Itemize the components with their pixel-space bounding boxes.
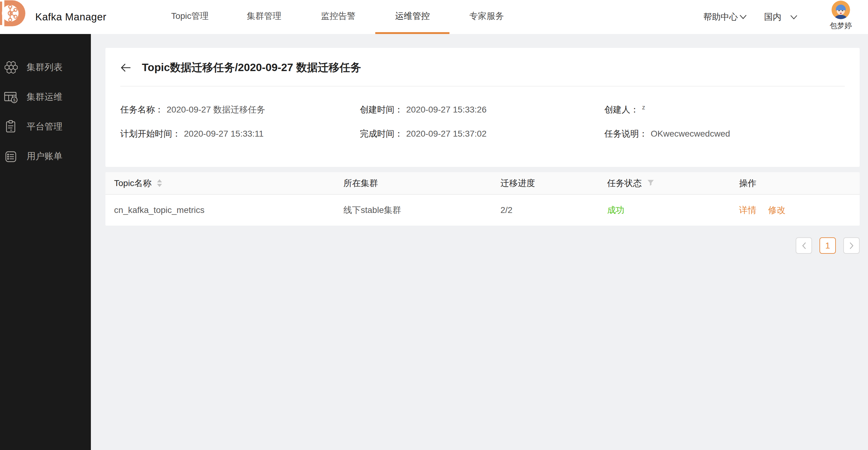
task-info-card: Topic数据迁移任务/2020-09-27 数据迁移任务 任务名称：2020-… bbox=[105, 48, 860, 167]
avatar bbox=[832, 1, 850, 19]
back-button[interactable] bbox=[120, 62, 131, 73]
column-label: 操作 bbox=[739, 178, 756, 189]
modify-link[interactable]: 修改 bbox=[768, 204, 785, 216]
cell-actions: 详情 修改 bbox=[731, 204, 860, 216]
sort-asc-icon bbox=[157, 179, 162, 182]
cell-progress: 2/2 bbox=[492, 205, 598, 215]
help-center-label: 帮助中心 bbox=[703, 11, 738, 23]
region-menu[interactable]: 国内 bbox=[764, 11, 798, 23]
field-value: 2020-09-27 数据迁移任务 bbox=[166, 105, 265, 115]
field-value: 2020-09-27 15:37:02 bbox=[406, 129, 487, 138]
field-label: 创建人： bbox=[604, 105, 639, 115]
region-label: 国内 bbox=[764, 11, 781, 23]
column-status: 任务状态 bbox=[598, 178, 731, 189]
sidebar-item-label: 用户账单 bbox=[27, 150, 62, 163]
field-value: 2020-09-27 15:33:11 bbox=[184, 129, 264, 138]
tab-label: 集群管理 bbox=[247, 10, 281, 22]
cell-topic-name: cn_kafka_topic_metrics bbox=[105, 205, 335, 215]
header-right: 帮助中心 国内 bbox=[703, 0, 868, 34]
field-value: OKwecwecwedcwed bbox=[651, 129, 730, 138]
cell-status-badge: 成功 bbox=[598, 204, 731, 216]
app-title: Kafka Manager bbox=[35, 11, 106, 23]
chevron-down-icon bbox=[790, 12, 798, 22]
chevron-down-icon bbox=[739, 12, 747, 22]
task-fields: 任务名称：2020-09-27 数据迁移任务 创建时间：2020-09-27 1… bbox=[105, 87, 860, 167]
field-task-name: 任务名称：2020-09-27 数据迁移任务 bbox=[120, 104, 360, 116]
sort-toggle[interactable] bbox=[157, 179, 162, 187]
cell-cluster: 线下stable集群 bbox=[335, 204, 492, 216]
field-create-time: 创建时间：2020-09-27 15:33:26 bbox=[360, 104, 604, 116]
field-value: z bbox=[642, 104, 645, 110]
tab-topic-manage[interactable]: Topic管理 bbox=[153, 0, 227, 34]
field-finish-time: 完成时间：2020-09-27 15:37:02 bbox=[360, 128, 604, 140]
tab-label: 专家服务 bbox=[469, 10, 504, 22]
field-label: 创建时间： bbox=[360, 105, 403, 115]
column-label: Topic名称 bbox=[114, 178, 152, 189]
field-label: 任务说明： bbox=[604, 129, 648, 138]
table-row: cn_kafka_topic_metrics 线下stable集群 2/2 成功… bbox=[105, 195, 860, 226]
field-value: 2020-09-27 15:33:26 bbox=[406, 105, 487, 115]
user-profile[interactable]: 包梦婷 bbox=[824, 0, 858, 31]
tab-label: Topic管理 bbox=[171, 10, 209, 22]
tab-label: 监控告警 bbox=[321, 10, 355, 22]
column-cluster: 所在集群 bbox=[335, 178, 492, 189]
cluster-ops-icon: $ bbox=[4, 90, 19, 104]
detail-link[interactable]: 详情 bbox=[739, 204, 756, 216]
sort-desc-icon bbox=[157, 184, 162, 187]
sidebar-item-label: 平台管理 bbox=[27, 121, 62, 133]
field-creator: 创建人：z bbox=[604, 104, 845, 116]
top-nav-tabs: Topic管理 集群管理 监控告警 运维管控 专家服务 bbox=[153, 0, 524, 34]
column-label: 迁移进度 bbox=[500, 178, 535, 189]
field-label: 完成时间： bbox=[360, 129, 403, 138]
column-actions: 操作 bbox=[731, 178, 860, 189]
column-label: 任务状态 bbox=[607, 178, 642, 189]
filter-icon[interactable] bbox=[647, 178, 654, 188]
column-topic-name: Topic名称 bbox=[105, 178, 335, 189]
table-header-row: Topic名称 所在集群 迁移进度 任务状态 操作 bbox=[105, 172, 860, 195]
tab-cluster-manage[interactable]: 集群管理 bbox=[227, 0, 301, 34]
main-content: Topic数据迁移任务/2020-09-27 数据迁移任务 任务名称：2020-… bbox=[91, 34, 868, 450]
sidebar-item-cluster-list[interactable]: 集群列表 bbox=[0, 53, 91, 82]
sidebar-item-cluster-ops[interactable]: $ 集群运维 bbox=[0, 82, 91, 112]
sidebar-item-label: 集群运维 bbox=[27, 91, 62, 103]
column-label: 所在集群 bbox=[343, 178, 378, 189]
page-title: Topic数据迁移任务/2020-09-27 数据迁移任务 bbox=[142, 60, 361, 75]
user-name: 包梦婷 bbox=[830, 21, 852, 31]
platform-manage-icon bbox=[4, 119, 19, 134]
pagination-next-button[interactable] bbox=[843, 237, 860, 254]
field-label: 任务名称： bbox=[120, 105, 163, 115]
tab-monitor-alert[interactable]: 监控告警 bbox=[301, 0, 375, 34]
pagination-page-1-button[interactable]: 1 bbox=[819, 237, 836, 254]
field-label: 计划开始时间： bbox=[120, 129, 181, 138]
user-billing-icon bbox=[4, 149, 19, 164]
field-planned-start-time: 计划开始时间：2020-09-27 15:33:11 bbox=[120, 128, 360, 140]
column-progress: 迁移进度 bbox=[492, 178, 598, 189]
field-task-description: 任务说明：OKwecwecwedcwed bbox=[604, 128, 845, 140]
pagination-prev-button[interactable] bbox=[796, 237, 812, 254]
tab-label: 运维管控 bbox=[395, 10, 430, 22]
sidebar: 集群列表 $ 集群运维 bbox=[0, 34, 91, 450]
cluster-list-icon bbox=[4, 60, 19, 75]
top-header: Kafka Manager Topic管理 集群管理 监控告警 运维管控 专家服… bbox=[0, 0, 868, 34]
sidebar-item-user-billing[interactable]: 用户账单 bbox=[0, 141, 91, 171]
tab-ops-control[interactable]: 运维管控 bbox=[375, 0, 450, 34]
sidebar-item-platform-manage[interactable]: 平台管理 bbox=[0, 112, 91, 141]
pagination: 1 bbox=[105, 237, 860, 254]
help-center-menu[interactable]: 帮助中心 bbox=[703, 11, 747, 23]
svg-text:$: $ bbox=[13, 98, 16, 102]
kafka-manager-logo-icon bbox=[0, 0, 27, 27]
sidebar-item-label: 集群列表 bbox=[27, 61, 62, 73]
migration-table: Topic名称 所在集群 迁移进度 任务状态 操作 cn_kafka bbox=[105, 172, 860, 226]
tab-expert-service[interactable]: 专家服务 bbox=[450, 0, 524, 34]
